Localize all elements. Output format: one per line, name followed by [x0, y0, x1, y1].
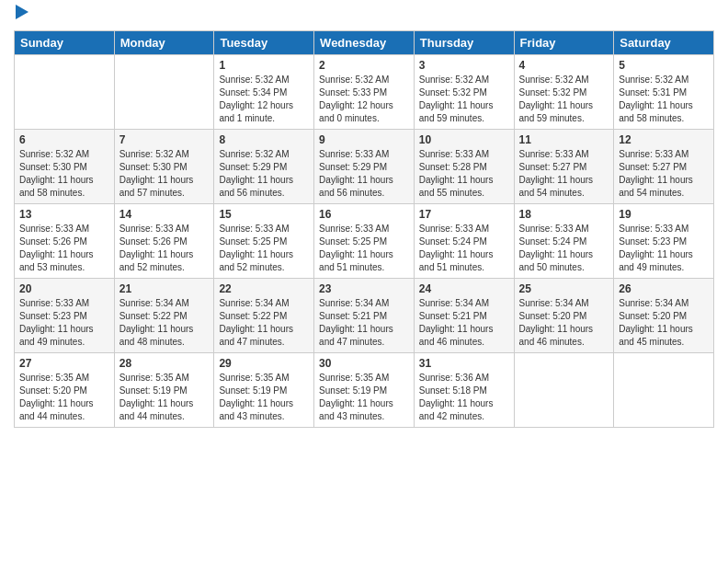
day-number: 1 — [219, 59, 309, 72]
calendar-day-cell: 21Sunrise: 5:34 AM Sunset: 5:22 PM Dayli… — [114, 279, 214, 353]
calendar-day-cell: 3Sunrise: 5:32 AM Sunset: 5:32 PM Daylig… — [414, 55, 514, 130]
day-number: 10 — [419, 133, 509, 146]
calendar-day-cell: 28Sunrise: 5:35 AM Sunset: 5:19 PM Dayli… — [114, 353, 214, 428]
day-info: Sunrise: 5:34 AM Sunset: 5:22 PM Dayligh… — [119, 297, 210, 349]
header-row: SundayMondayTuesdayWednesdayThursdayFrid… — [15, 31, 714, 55]
day-info: Sunrise: 5:34 AM Sunset: 5:20 PM Dayligh… — [619, 297, 709, 349]
day-number: 11 — [519, 133, 609, 146]
day-info: Sunrise: 5:33 AM Sunset: 5:23 PM Dayligh… — [19, 297, 109, 349]
calendar-day-cell: 4Sunrise: 5:32 AM Sunset: 5:32 PM Daylig… — [514, 55, 614, 130]
day-info: Sunrise: 5:35 AM Sunset: 5:19 PM Dayligh… — [119, 372, 210, 423]
day-number: 4 — [519, 59, 609, 72]
day-number: 30 — [319, 357, 409, 370]
day-number: 27 — [19, 357, 109, 370]
day-number: 14 — [119, 208, 210, 221]
day-number: 3 — [419, 59, 509, 72]
calendar-week-row: 1Sunrise: 5:32 AM Sunset: 5:34 PM Daylig… — [15, 55, 714, 130]
day-number: 7 — [119, 133, 210, 146]
day-of-week-header: Wednesday — [314, 31, 415, 55]
day-info: Sunrise: 5:34 AM Sunset: 5:21 PM Dayligh… — [419, 297, 509, 349]
day-info: Sunrise: 5:34 AM Sunset: 5:22 PM Dayligh… — [219, 297, 309, 349]
calendar-day-cell: 26Sunrise: 5:34 AM Sunset: 5:20 PM Dayli… — [614, 279, 714, 353]
day-number: 31 — [419, 357, 509, 370]
day-of-week-header: Tuesday — [214, 31, 314, 55]
calendar-day-cell: 23Sunrise: 5:34 AM Sunset: 5:21 PM Dayli… — [314, 279, 415, 353]
day-number: 12 — [619, 133, 709, 146]
calendar-week-row: 27Sunrise: 5:35 AM Sunset: 5:20 PM Dayli… — [15, 353, 714, 428]
calendar-day-cell: 6Sunrise: 5:32 AM Sunset: 5:30 PM Daylig… — [15, 130, 115, 204]
calendar-day-cell: 27Sunrise: 5:35 AM Sunset: 5:20 PM Dayli… — [15, 353, 115, 428]
day-number: 26 — [619, 282, 709, 295]
day-info: Sunrise: 5:33 AM Sunset: 5:27 PM Dayligh… — [619, 148, 709, 200]
calendar-day-cell: 16Sunrise: 5:33 AM Sunset: 5:25 PM Dayli… — [314, 204, 415, 279]
day-of-week-header: Monday — [114, 31, 214, 55]
calendar-day-cell: 10Sunrise: 5:33 AM Sunset: 5:28 PM Dayli… — [414, 130, 514, 204]
calendar-day-cell: 22Sunrise: 5:34 AM Sunset: 5:22 PM Dayli… — [214, 279, 314, 353]
day-of-week-header: Friday — [514, 31, 614, 55]
calendar-week-row: 6Sunrise: 5:32 AM Sunset: 5:30 PM Daylig… — [15, 130, 714, 204]
calendar-day-cell — [514, 353, 614, 428]
day-of-week-header: Thursday — [414, 31, 514, 55]
day-info: Sunrise: 5:33 AM Sunset: 5:29 PM Dayligh… — [319, 148, 409, 200]
logo — [14, 14, 28, 23]
calendar-day-cell: 18Sunrise: 5:33 AM Sunset: 5:24 PM Dayli… — [514, 204, 614, 279]
day-number: 15 — [219, 208, 309, 221]
day-info: Sunrise: 5:32 AM Sunset: 5:33 PM Dayligh… — [319, 74, 409, 125]
calendar-week-row: 20Sunrise: 5:33 AM Sunset: 5:23 PM Dayli… — [15, 279, 714, 353]
day-number: 21 — [119, 282, 210, 295]
day-number: 13 — [19, 208, 109, 221]
calendar-table: SundayMondayTuesdayWednesdayThursdayFrid… — [14, 30, 714, 428]
day-info: Sunrise: 5:32 AM Sunset: 5:30 PM Dayligh… — [19, 148, 109, 200]
day-info: Sunrise: 5:35 AM Sunset: 5:19 PM Dayligh… — [219, 372, 309, 423]
day-number: 6 — [19, 133, 109, 146]
calendar-day-cell: 30Sunrise: 5:35 AM Sunset: 5:19 PM Dayli… — [314, 353, 415, 428]
calendar-day-cell: 5Sunrise: 5:32 AM Sunset: 5:31 PM Daylig… — [614, 55, 714, 130]
calendar-body: 1Sunrise: 5:32 AM Sunset: 5:34 PM Daylig… — [15, 55, 714, 428]
calendar-day-cell — [614, 353, 714, 428]
day-info: Sunrise: 5:35 AM Sunset: 5:20 PM Dayligh… — [19, 372, 109, 423]
day-number: 29 — [219, 357, 309, 370]
calendar-day-cell: 12Sunrise: 5:33 AM Sunset: 5:27 PM Dayli… — [614, 130, 714, 204]
calendar-day-cell: 11Sunrise: 5:33 AM Sunset: 5:27 PM Dayli… — [514, 130, 614, 204]
calendar-day-cell: 29Sunrise: 5:35 AM Sunset: 5:19 PM Dayli… — [214, 353, 314, 428]
day-info: Sunrise: 5:32 AM Sunset: 5:32 PM Dayligh… — [519, 74, 609, 125]
day-number: 25 — [519, 282, 609, 295]
day-info: Sunrise: 5:32 AM Sunset: 5:34 PM Dayligh… — [219, 74, 309, 125]
day-number: 8 — [219, 133, 309, 146]
calendar-day-cell: 7Sunrise: 5:32 AM Sunset: 5:30 PM Daylig… — [114, 130, 214, 204]
calendar-day-cell: 14Sunrise: 5:33 AM Sunset: 5:26 PM Dayli… — [114, 204, 214, 279]
day-info: Sunrise: 5:35 AM Sunset: 5:19 PM Dayligh… — [319, 372, 409, 423]
calendar-day-cell: 25Sunrise: 5:34 AM Sunset: 5:20 PM Dayli… — [514, 279, 614, 353]
calendar-day-cell: 31Sunrise: 5:36 AM Sunset: 5:18 PM Dayli… — [414, 353, 514, 428]
day-info: Sunrise: 5:33 AM Sunset: 5:23 PM Dayligh… — [619, 223, 709, 274]
day-number: 5 — [619, 59, 709, 72]
calendar-day-cell: 24Sunrise: 5:34 AM Sunset: 5:21 PM Dayli… — [414, 279, 514, 353]
day-of-week-header: Sunday — [15, 31, 115, 55]
day-info: Sunrise: 5:33 AM Sunset: 5:26 PM Dayligh… — [19, 223, 109, 274]
logo-icon — [16, 5, 28, 23]
day-info: Sunrise: 5:32 AM Sunset: 5:31 PM Dayligh… — [619, 74, 709, 125]
day-info: Sunrise: 5:33 AM Sunset: 5:28 PM Dayligh… — [419, 148, 509, 200]
day-info: Sunrise: 5:33 AM Sunset: 5:27 PM Dayligh… — [519, 148, 609, 200]
calendar-day-cell: 1Sunrise: 5:32 AM Sunset: 5:34 PM Daylig… — [214, 55, 314, 130]
calendar-day-cell: 15Sunrise: 5:33 AM Sunset: 5:25 PM Dayli… — [214, 204, 314, 279]
page-container: SundayMondayTuesdayWednesdayThursdayFrid… — [0, 0, 728, 437]
day-number: 19 — [619, 208, 709, 221]
day-info: Sunrise: 5:33 AM Sunset: 5:24 PM Dayligh… — [519, 223, 609, 274]
day-info: Sunrise: 5:33 AM Sunset: 5:24 PM Dayligh… — [419, 223, 509, 274]
day-info: Sunrise: 5:34 AM Sunset: 5:20 PM Dayligh… — [519, 297, 609, 349]
calendar-day-cell — [15, 55, 115, 130]
calendar-day-cell: 13Sunrise: 5:33 AM Sunset: 5:26 PM Dayli… — [15, 204, 115, 279]
day-number: 18 — [519, 208, 609, 221]
calendar-day-cell: 8Sunrise: 5:32 AM Sunset: 5:29 PM Daylig… — [214, 130, 314, 204]
day-info: Sunrise: 5:32 AM Sunset: 5:29 PM Dayligh… — [219, 148, 309, 200]
calendar-day-cell: 9Sunrise: 5:33 AM Sunset: 5:29 PM Daylig… — [314, 130, 415, 204]
day-number: 17 — [419, 208, 509, 221]
day-number: 23 — [319, 282, 409, 295]
day-info: Sunrise: 5:33 AM Sunset: 5:25 PM Dayligh… — [319, 223, 409, 274]
calendar-day-cell — [114, 55, 214, 130]
calendar-day-cell: 17Sunrise: 5:33 AM Sunset: 5:24 PM Dayli… — [414, 204, 514, 279]
calendar-day-cell: 20Sunrise: 5:33 AM Sunset: 5:23 PM Dayli… — [15, 279, 115, 353]
calendar-week-row: 13Sunrise: 5:33 AM Sunset: 5:26 PM Dayli… — [15, 204, 714, 279]
day-number: 22 — [219, 282, 309, 295]
